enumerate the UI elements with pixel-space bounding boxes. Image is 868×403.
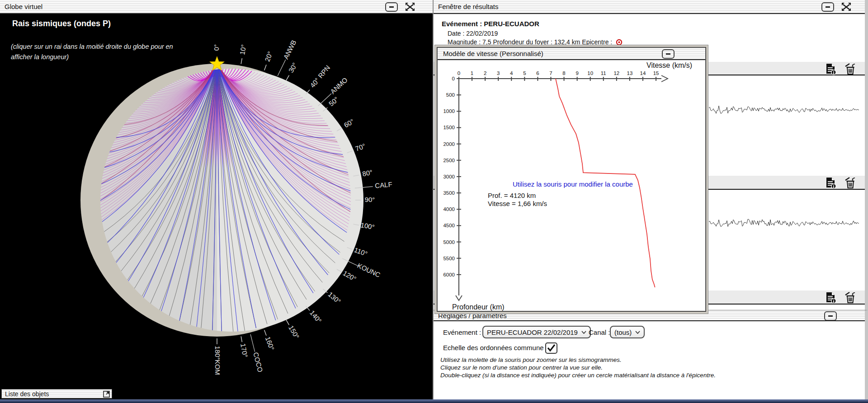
common-scale-label: Echelle des ordonnées commune :	[443, 344, 547, 351]
svg-text:4000: 4000	[443, 206, 455, 212]
svg-text:2000: 2000	[443, 141, 455, 147]
delete-icon[interactable]	[844, 63, 856, 77]
event-select-value: PERU-ECUADOR 22/02/2019	[487, 328, 578, 336]
degree-label: 10°	[238, 44, 248, 55]
svg-text:500: 500	[446, 92, 455, 98]
svg-text:6000: 6000	[443, 272, 455, 277]
trace-1[interactable]	[709, 106, 859, 113]
svg-text:14: 14	[640, 70, 646, 76]
svg-text:13: 13	[627, 70, 633, 76]
station-label[interactable]: KOUNC	[356, 262, 382, 279]
svg-text:7: 7	[549, 70, 552, 76]
station-label[interactable]: CALF	[375, 180, 393, 189]
degree-label: 150°	[287, 324, 301, 340]
station-label[interactable]: COCO	[252, 351, 264, 373]
globe-window-titlebar: Globe virtuel	[0, 0, 433, 14]
common-scale-checkbox[interactable]	[545, 342, 557, 354]
velocity-minimize-button[interactable]	[662, 49, 675, 59]
trace-2[interactable]	[709, 219, 859, 226]
check-icon	[546, 343, 557, 353]
info-document-icon[interactable]	[826, 292, 837, 305]
station-label[interactable]: KOM	[214, 360, 222, 375]
window-bottom-edge	[0, 399, 868, 403]
degree-label: 120°	[342, 269, 358, 283]
svg-text:12: 12	[613, 70, 619, 76]
settings-window-titlebar: Réglages / paramètres	[434, 310, 865, 321]
degree-label: 140°	[308, 309, 323, 325]
delete-icon[interactable]	[844, 177, 856, 191]
svg-text:1: 1	[471, 70, 473, 76]
velocity-axes	[456, 75, 668, 300]
svg-text:11: 11	[601, 70, 606, 76]
degree-label: 40°	[308, 76, 321, 89]
degree-label: 180°	[214, 346, 222, 360]
svg-text:9: 9	[576, 70, 578, 76]
globe-window-title: Globe virtuel	[5, 3, 42, 10]
svg-text:1000: 1000	[443, 108, 455, 114]
degree-label: 100°	[360, 221, 375, 231]
degree-label: 30°	[287, 61, 299, 74]
settings-window-title: Réglages / paramètres	[438, 312, 507, 319]
svg-text:8: 8	[562, 70, 565, 76]
svg-text:3500: 3500	[443, 190, 455, 196]
settings-instructions: Utilisez la molette de la souris pour zo…	[440, 356, 716, 379]
svg-text:5500: 5500	[443, 256, 455, 261]
delete-icon[interactable]	[844, 292, 856, 305]
settings-event-label: Evénement :	[443, 328, 481, 336]
svg-text:5000: 5000	[443, 239, 455, 245]
degree-label: 50°	[327, 95, 340, 108]
degree-label: 170°	[239, 343, 249, 358]
svg-text:3000: 3000	[443, 174, 455, 179]
globe-minimize-button[interactable]	[385, 2, 398, 12]
degree-label: 110°	[353, 246, 368, 258]
settings-minimize-button[interactable]	[824, 311, 837, 321]
degree-label: 90°	[365, 196, 375, 203]
info-document-icon[interactable]	[826, 63, 837, 77]
svg-text:6: 6	[536, 70, 539, 76]
settings-window: Réglages / paramètres Evénement : PERU-E…	[433, 310, 868, 399]
degree-label: 160°	[264, 336, 276, 351]
svg-text:15: 15	[653, 70, 659, 76]
velocity-window-titlebar: Modèle de vitesse (Personnalisé)	[438, 48, 705, 60]
svg-text:3: 3	[497, 70, 500, 76]
virtual-globe[interactable]: 0°10°20°30°40°50°60°70°80°90°100°110°120…	[0, 15, 433, 399]
info-document-icon[interactable]	[826, 177, 837, 191]
degree-label: 20°	[263, 50, 274, 62]
restore-window-icon[interactable]	[103, 391, 110, 398]
svg-text:4500: 4500	[443, 223, 455, 228]
svg-text:4: 4	[510, 70, 513, 76]
channel-select-value: (tous)	[614, 328, 632, 336]
station-label[interactable]: ANWB	[282, 39, 297, 61]
cursor-readout: Prof. = 4120 km Vitesse = 1,66 km/s	[488, 192, 547, 208]
globe-expand-icon[interactable]	[405, 2, 415, 11]
objects-list-bar[interactable]: Liste des objets	[1, 389, 112, 398]
svg-text:5: 5	[523, 70, 526, 76]
channel-select[interactable]: (tous)	[610, 326, 645, 338]
station-label[interactable]: RPN	[316, 64, 331, 80]
chevron-down-icon	[581, 331, 586, 334]
svg-text:2500: 2500	[443, 158, 455, 163]
svg-text:2: 2	[484, 70, 486, 76]
event-select[interactable]: PERU-ECUADOR 22/02/2019	[482, 326, 591, 338]
svg-text:10: 10	[587, 70, 593, 76]
settings-channel-label: Canal :	[589, 328, 610, 336]
degree-label: 60°	[343, 117, 355, 129]
velocity-window-title: Modèle de vitesse (Personnalisé)	[443, 50, 543, 57]
objects-list-title: Liste des objets	[5, 390, 49, 398]
degree-label: 130°	[327, 291, 343, 305]
svg-text:0: 0	[458, 70, 460, 76]
station-label[interactable]: ANMO	[329, 76, 349, 95]
velocity-model-window: Modèle de vitesse (Personnalisé) Vitesse…	[437, 47, 706, 311]
chevron-down-icon	[635, 331, 640, 334]
degree-label: 80°	[362, 168, 373, 178]
degree-label: 0°	[212, 44, 220, 51]
svg-text:0: 0	[452, 76, 455, 81]
degree-label: 70°	[354, 142, 367, 153]
globe-window: Globe virtuel Rais sismiques (ondes P) (…	[0, 0, 433, 399]
velocity-edit-hint: Utilisez la souris pour modifier la cour…	[513, 180, 633, 188]
svg-text:1500: 1500	[443, 125, 455, 130]
